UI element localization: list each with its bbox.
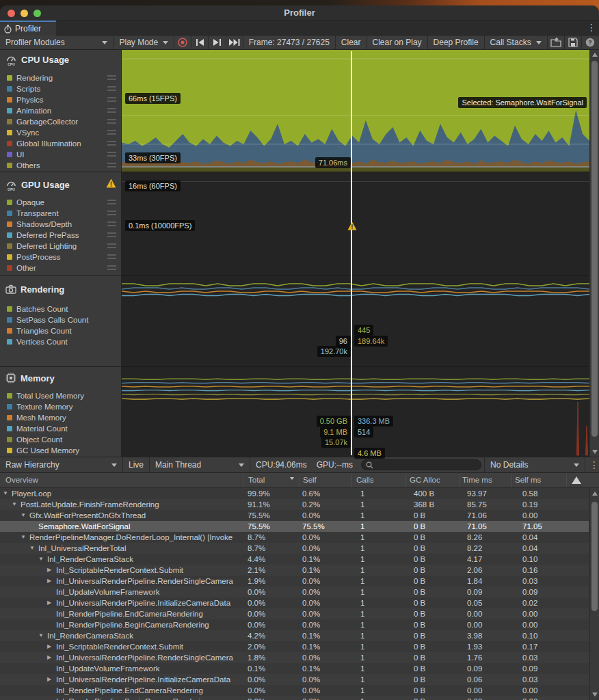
drag-handle-icon[interactable]	[107, 152, 116, 157]
next-frame-button[interactable]	[209, 36, 226, 49]
column-divider[interactable]	[405, 474, 406, 487]
details-menu-kebab-icon[interactable]: ⋮	[589, 459, 599, 470]
table-row[interactable]: ▼Inl_RenderCameraStack4.4%0.1%10 B4.170.…	[0, 554, 589, 565]
legend-item-material-count[interactable]: Material Count	[7, 423, 122, 433]
tab-profiler[interactable]: Profiler	[0, 21, 56, 36]
table-row[interactable]: ▶Inl_ScriptableRenderContext.Submit2.1%0…	[0, 565, 589, 576]
legend-item-other[interactable]: Other	[7, 262, 122, 273]
drag-handle-icon[interactable]	[107, 254, 116, 259]
legend-item-scripts[interactable]: Scripts	[7, 83, 122, 94]
drag-handle-icon[interactable]	[107, 108, 116, 113]
legend-item-others[interactable]: Others	[7, 160, 122, 170]
collapse-arrow-icon[interactable]: ▼	[21, 534, 26, 540]
window-menu-kebab-icon[interactable]: ⋮	[587, 22, 596, 33]
drag-handle-icon[interactable]	[107, 243, 116, 248]
details-mode-dropdown[interactable]: No Details	[484, 457, 585, 472]
table-scrollbar[interactable]	[589, 488, 599, 700]
record-button[interactable]	[174, 36, 191, 49]
scroll-down-arrow-icon[interactable]	[592, 692, 598, 697]
header-triangle-icon[interactable]	[572, 476, 581, 484]
charts-area[interactable]	[122, 50, 589, 457]
collapse-arrow-icon[interactable]: ▼	[3, 490, 8, 496]
drag-handle-icon[interactable]	[107, 232, 116, 237]
table-row[interactable]: ▼PlayerLoop99.9%0.6%1400 B93.970.58	[0, 488, 589, 499]
drag-handle-icon[interactable]	[107, 86, 116, 91]
table-row[interactable]: ▶Inl_ScriptableRenderContext.Submit2.0%0…	[0, 641, 589, 652]
drag-handle-icon[interactable]	[107, 200, 116, 204]
legend-item-deferred-lighting[interactable]: Deferred Lighting	[7, 241, 122, 251]
drag-handle-icon[interactable]	[107, 163, 116, 167]
legend-item-transparent[interactable]: Transparent	[7, 208, 122, 218]
thread-dropdown[interactable]: Main Thread	[150, 457, 250, 472]
drag-handle-icon[interactable]	[107, 75, 116, 80]
search-input[interactable]	[376, 461, 472, 469]
table-row[interactable]: Inl_UpdateVolumeFramework0.1%0.1%10 B0.0…	[0, 663, 589, 674]
table-row[interactable]: Semaphore.WaitForSignal75.5%75.5%10 B71.…	[0, 521, 589, 532]
scrollbar-thumb[interactable]	[591, 61, 598, 437]
legend-item-object-count[interactable]: Object Count	[7, 434, 122, 444]
column-divider[interactable]	[566, 474, 567, 487]
legend-item-animation[interactable]: Animation	[7, 105, 122, 116]
scrollbar-thumb[interactable]	[591, 502, 598, 611]
drag-handle-icon[interactable]	[107, 265, 116, 270]
legend-item-global-illumination[interactable]: Global Illumination	[7, 138, 122, 148]
drag-handle-icon[interactable]	[107, 97, 116, 102]
scroll-up-arrow-icon[interactable]	[592, 53, 598, 57]
playhead-line[interactable]	[351, 51, 352, 455]
legend-item-mesh-memory[interactable]: Mesh Memory	[7, 412, 122, 422]
table-row[interactable]: ▶Inl_UniversalRenderPipeline.RenderSingl…	[0, 652, 589, 663]
column-header-self[interactable]: Self	[303, 476, 317, 484]
legend-item-texture-memory[interactable]: Texture Memory	[7, 401, 122, 412]
legend-item-gc-used-memory[interactable]: GC Used Memory	[7, 445, 122, 455]
legend-item-physics[interactable]: Physics	[7, 94, 122, 105]
column-divider[interactable]	[459, 474, 460, 487]
column-divider[interactable]	[243, 474, 243, 487]
column-divider[interactable]	[299, 474, 300, 487]
collapse-arrow-icon[interactable]: ▼	[29, 545, 35, 551]
cpu-chart[interactable]	[122, 50, 589, 172]
column-header-calls[interactable]: Calls	[356, 476, 374, 484]
table-row[interactable]: Inl_RenderPipeline.EndCameraRendering0.0…	[0, 608, 589, 619]
table-row[interactable]: ▼PostLateUpdate.FinishFrameRendering91.1…	[0, 499, 589, 510]
expand-arrow-icon[interactable]: ▶	[47, 643, 51, 649]
legend-item-ui[interactable]: UI	[7, 149, 122, 159]
play-mode-dropdown[interactable]: Play Mode	[114, 36, 174, 49]
legend-item-garbagecollector[interactable]: GarbageCollector	[7, 116, 122, 126]
table-row[interactable]: ▶Inl_UniversalRenderPipeline.RenderSingl…	[0, 576, 589, 587]
legend-item-postprocess[interactable]: PostProcess	[7, 252, 122, 262]
live-toggle-button[interactable]: Live	[123, 457, 150, 472]
deep-profile-button[interactable]: Deep Profile	[428, 36, 485, 49]
drag-handle-icon[interactable]	[107, 221, 116, 226]
previous-frame-button[interactable]	[191, 36, 209, 49]
table-row[interactable]: ▶Inl_UniversalRenderPipeline.InitializeC…	[0, 674, 589, 685]
search-box[interactable]	[361, 459, 481, 470]
column-header-gc-alloc[interactable]: GC Alloc	[410, 476, 440, 484]
legend-item-batches-count[interactable]: Batches Count	[7, 304, 122, 314]
expand-arrow-icon[interactable]: ▶	[47, 676, 51, 682]
clear-on-play-button[interactable]: Clear on Play	[367, 36, 428, 49]
expand-arrow-icon[interactable]: ▶	[47, 600, 51, 606]
column-divider[interactable]	[351, 474, 352, 487]
table-row[interactable]: ▼Inl_RenderCameraStack4.2%0.1%10 B3.980.…	[0, 630, 589, 641]
load-profile-button[interactable]	[548, 36, 565, 49]
table-row[interactable]: Inl_RenderPipeline.EndCameraRendering0.0…	[0, 685, 589, 696]
legend-item-opaque[interactable]: Opaque	[7, 197, 122, 207]
legend-item-setpass-calls-count[interactable]: SetPass Calls Count	[7, 314, 122, 325]
column-header-self-ms[interactable]: Self ms	[515, 476, 541, 484]
save-profile-button[interactable]	[565, 36, 582, 49]
expand-arrow-icon[interactable]: ▶	[47, 567, 51, 573]
expand-arrow-icon[interactable]: ▶	[47, 654, 51, 660]
legend-item-rendering[interactable]: Rendering	[7, 72, 122, 83]
legend-item-shadows-depth[interactable]: Shadows/Depth	[7, 219, 122, 229]
legend-item-total-used-memory[interactable]: Total Used Memory	[7, 390, 122, 401]
profiler-modules-dropdown[interactable]: Profiler Modules	[0, 36, 114, 49]
collapse-arrow-icon[interactable]: ▼	[12, 501, 17, 507]
table-row[interactable]: ▼RenderPipelineManager.DoRenderLoop_Inte…	[0, 532, 589, 543]
drag-handle-icon[interactable]	[107, 119, 116, 124]
rendering-chart[interactable]	[122, 276, 589, 367]
scroll-up-arrow-icon[interactable]	[592, 492, 598, 496]
memory-chart[interactable]	[122, 367, 589, 457]
memory-module-panel[interactable]: Memory Total Used MemoryTexture MemoryMe…	[0, 367, 122, 457]
drag-handle-icon[interactable]	[107, 141, 116, 146]
table-row[interactable]: Inl_RenderPipeline.BeginCameraRendering0…	[0, 696, 589, 700]
